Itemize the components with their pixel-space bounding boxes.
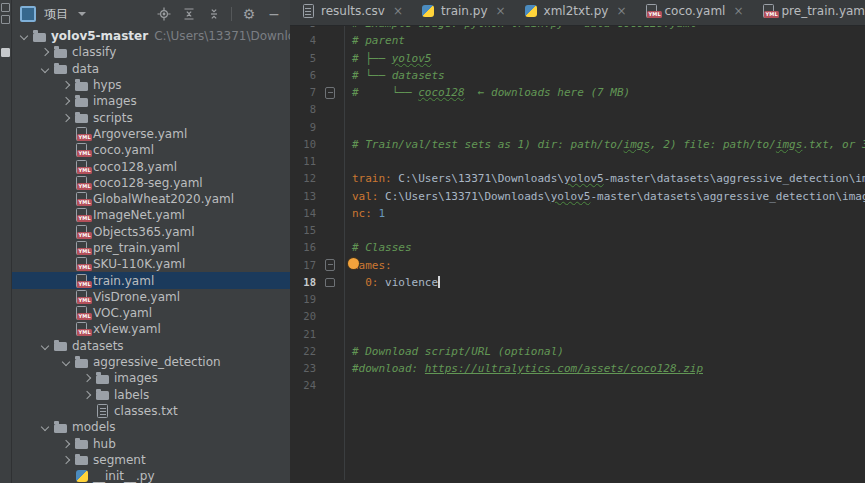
yaml-file-icon: YML [73,257,90,271]
text-file-icon [94,404,111,418]
tree-row[interactable]: YMLVisDrone.yaml [12,289,290,305]
line-number: 20 [290,308,316,325]
fold-marker-icon[interactable] [325,278,335,287]
editor-line[interactable]: 17names: [290,257,865,274]
tree-row[interactable]: __init__.py [12,468,290,483]
close-icon[interactable]: × [496,5,506,17]
chevron-right-icon[interactable] [58,78,73,92]
editor-line[interactable]: 23#download: https://ultralytics.com/ass… [290,360,865,377]
tool-window-icon[interactable] [1,15,10,24]
tree-row[interactable]: datasets [12,338,290,354]
chevron-down-icon[interactable] [37,420,52,434]
close-icon[interactable]: × [733,5,743,17]
locate-file-icon[interactable] [156,6,172,22]
line-number: 6 [290,67,316,84]
editor-tab[interactable]: YMLcoco.yaml× [635,0,752,25]
chevron-down-icon[interactable] [58,355,73,369]
editor-line[interactable]: 22# Download script/URL (optional) [290,343,865,360]
chevron-right-icon[interactable] [79,388,94,402]
editor-line[interactable]: 24 [290,377,865,394]
tree-row[interactable]: models [12,419,290,435]
editor-tab[interactable]: results.csv× [292,0,412,25]
chevron-right-icon[interactable] [58,437,73,451]
tree-row[interactable]: YMLArgoverse.yaml [12,126,290,142]
fold-marker-icon[interactable] [325,87,335,99]
chevron-down-icon[interactable] [37,339,52,353]
tree-row[interactable]: YMLImageNet.yaml [12,207,290,223]
tree-row[interactable]: YMLcoco128.yaml [12,158,290,174]
close-icon[interactable]: × [616,5,626,17]
tree-row[interactable]: scripts [12,109,290,125]
tree-row[interactable]: hyps [12,77,290,93]
editor-line[interactable]: 8 [290,101,865,118]
code-text: # Download script/URL (optional) [344,343,564,360]
tool-window-icon[interactable] [1,3,10,12]
editor-line[interactable]: 10# Train/val/test sets as 1) dir: path/… [290,136,865,153]
file-label: images [93,94,137,108]
tree-row[interactable]: YMLGlobalWheat2020.yaml [12,191,290,207]
tree-row[interactable]: images [12,93,290,109]
project-view-icon[interactable] [20,6,36,22]
fold-marker-icon[interactable] [325,259,335,271]
editor-tab[interactable]: YMLpre_train.yaml× [752,0,865,25]
tree-row[interactable]: data [12,61,290,77]
code-text [344,308,352,325]
editor-tab[interactable]: xml2txt.py× [515,0,636,25]
hide-panel-icon[interactable]: − [266,6,282,22]
tree-row[interactable]: YMLSKU-110K.yaml [12,256,290,272]
close-icon[interactable]: × [393,5,403,17]
editor-line[interactable]: 11 [290,153,865,170]
editor-tab-bar: results.csv×train.py×xml2txt.py×YMLcoco.… [290,0,865,26]
editor-line[interactable]: 12train: C:\Users\13371\Downloads\yolov5… [290,170,865,187]
chevron-right-icon[interactable] [79,371,94,385]
tree-row[interactable]: YMLObjects365.yaml [12,224,290,240]
chevron-right-icon[interactable] [58,453,73,467]
code-token [372,207,379,220]
editor-line[interactable]: 20 [290,308,865,325]
tree-row[interactable]: classes.txt [12,403,290,419]
file-label: __init__.py [93,469,155,483]
chevron-right-icon[interactable] [37,45,52,59]
expand-collapse-icon[interactable] [206,6,222,22]
tree-row[interactable]: yolov5-masterC:\Users\13371\Downloads\yo… [12,28,290,44]
tree-row[interactable]: images [12,370,290,386]
chevron-down-icon[interactable] [16,29,31,43]
editor-line[interactable]: 14nc: 1 [290,205,865,222]
panel-title[interactable]: 项目 [44,6,68,23]
tree-row[interactable]: hub [12,435,290,451]
editor-line[interactable]: 7# └── coco128 ← downloads here (7 MB) [290,84,865,101]
chevron-right-icon[interactable] [58,111,73,125]
editor-tab[interactable]: train.py× [412,0,515,25]
editor-line[interactable]: 5# ├── yolov5 [290,50,865,67]
left-tool-stripe[interactable] [0,0,12,483]
editor-line[interactable]: 15 [290,222,865,239]
editor-line[interactable]: 18 0: violence [290,274,865,291]
tree-row[interactable]: YMLcoco128-seg.yaml [12,175,290,191]
tree-row[interactable]: labels [12,387,290,403]
editor-line[interactable]: 13val: C:\Users\13371\Downloads\yolov5-m… [290,188,865,205]
yaml-file-icon: YML [73,160,90,174]
tree-row[interactable]: YMLcoco.yaml [12,142,290,158]
tree-row[interactable]: YMLVOC.yaml [12,305,290,321]
editor-line[interactable]: 21 [290,326,865,343]
tree-row[interactable]: YMLtrain.yaml [12,272,290,288]
chevron-right-icon[interactable] [58,94,73,108]
tree-row[interactable]: classify [12,44,290,60]
yaml-file-icon: YML [73,225,90,239]
tree-row[interactable]: segment [12,452,290,468]
collapse-all-icon[interactable] [181,6,197,22]
tool-window-icon[interactable] [1,48,10,57]
editor-line[interactable]: 6# └── datasets [290,67,865,84]
text-caret [438,276,440,288]
chevron-down-icon[interactable] [78,12,86,16]
gear-icon[interactable]: ⚙ [241,6,257,22]
editor-line[interactable]: 9 [290,119,865,136]
editor-line[interactable]: 16# Classes [290,239,865,256]
tree-row[interactable]: YMLxView.yaml [12,321,290,337]
editor-line[interactable]: 4# parent [290,32,865,49]
tree-row[interactable]: aggressive_detection [12,354,290,370]
tree-row[interactable]: YMLpre_train.yaml [12,240,290,256]
editor-line[interactable]: 19 [290,291,865,308]
editor[interactable]: 3# Example usage: python train.py --data… [290,26,865,480]
chevron-down-icon[interactable] [37,62,52,76]
